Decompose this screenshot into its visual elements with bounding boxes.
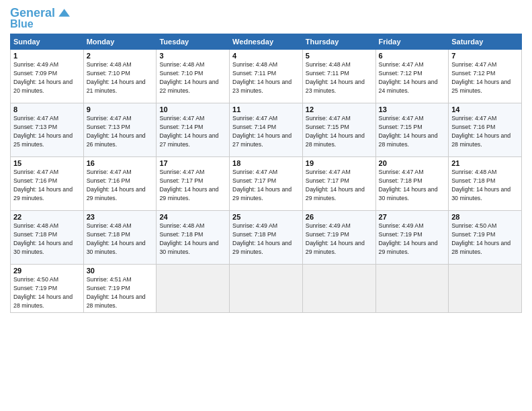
calendar-cell: 5 Sunrise: 4:48 AMSunset: 7:11 PMDayligh…	[302, 50, 375, 103]
day-number: 13	[379, 105, 446, 113]
calendar-cell: 16 Sunrise: 4:47 AMSunset: 7:16 PMDaylig…	[83, 157, 157, 211]
calendar-cell	[230, 265, 303, 313]
day-info: Sunrise: 4:47 AMSunset: 7:12 PMDaylight:…	[451, 61, 511, 94]
day-number: 18	[232, 159, 300, 167]
calendar-cell: 25 Sunrise: 4:49 AMSunset: 7:18 PMDaylig…	[230, 211, 303, 265]
calendar-week-1: 1 Sunrise: 4:49 AMSunset: 7:09 PMDayligh…	[11, 50, 522, 103]
day-info: Sunrise: 4:47 AMSunset: 7:16 PMDaylight:…	[13, 169, 73, 201]
day-number: 20	[379, 159, 446, 167]
calendar-cell: 9 Sunrise: 4:47 AMSunset: 7:13 PMDayligh…	[83, 103, 157, 157]
calendar-cell: 22 Sunrise: 4:48 AMSunset: 7:18 PMDaylig…	[11, 211, 84, 265]
calendar-cell: 4 Sunrise: 4:48 AMSunset: 7:11 PMDayligh…	[230, 50, 303, 103]
day-number: 5	[306, 52, 373, 60]
day-info: Sunrise: 4:47 AMSunset: 7:13 PMDaylight:…	[87, 115, 146, 148]
day-info: Sunrise: 4:47 AMSunset: 7:17 PMDaylight:…	[232, 169, 292, 201]
day-info: Sunrise: 4:47 AMSunset: 7:17 PMDaylight:…	[306, 169, 365, 201]
day-number: 19	[306, 159, 373, 167]
day-info: Sunrise: 4:48 AMSunset: 7:11 PMDaylight:…	[306, 61, 365, 94]
logo-blue: Blue	[10, 19, 34, 30]
calendar-cell: 13 Sunrise: 4:47 AMSunset: 7:15 PMDaylig…	[375, 103, 449, 157]
calendar-cell: 7 Sunrise: 4:47 AMSunset: 7:12 PMDayligh…	[449, 50, 522, 103]
day-number: 15	[13, 159, 81, 167]
calendar-cell: 10 Sunrise: 4:47 AMSunset: 7:14 PMDaylig…	[157, 103, 230, 157]
calendar-week-3: 15 Sunrise: 4:47 AMSunset: 7:16 PMDaylig…	[11, 157, 522, 211]
day-info: Sunrise: 4:48 AMSunset: 7:10 PMDaylight:…	[87, 61, 146, 94]
day-info: Sunrise: 4:47 AMSunset: 7:14 PMDaylight:…	[232, 115, 292, 148]
day-info: Sunrise: 4:48 AMSunset: 7:10 PMDaylight:…	[159, 61, 218, 94]
svg-marker-0	[58, 9, 70, 17]
day-info: Sunrise: 4:49 AMSunset: 7:09 PMDaylight:…	[13, 61, 73, 94]
calendar-cell: 21 Sunrise: 4:48 AMSunset: 7:18 PMDaylig…	[449, 157, 522, 211]
day-number: 29	[13, 267, 81, 275]
day-info: Sunrise: 4:49 AMSunset: 7:18 PMDaylight:…	[232, 222, 292, 255]
day-info: Sunrise: 4:47 AMSunset: 7:17 PMDaylight:…	[159, 169, 218, 201]
day-number: 26	[306, 213, 373, 221]
calendar-cell	[302, 265, 375, 313]
day-number: 3	[159, 52, 226, 60]
calendar-week-5: 29 Sunrise: 4:50 AMSunset: 7:19 PMDaylig…	[11, 265, 522, 313]
logo: General Blue	[10, 7, 70, 30]
calendar-cell: 24 Sunrise: 4:48 AMSunset: 7:18 PMDaylig…	[157, 211, 230, 265]
col-header-saturday: Saturday	[449, 34, 522, 50]
day-number: 28	[451, 213, 519, 221]
day-info: Sunrise: 4:47 AMSunset: 7:15 PMDaylight:…	[306, 115, 365, 148]
day-number: 8	[13, 105, 81, 113]
day-info: Sunrise: 4:48 AMSunset: 7:18 PMDaylight:…	[13, 222, 73, 255]
day-number: 24	[159, 213, 226, 221]
calendar-cell: 2 Sunrise: 4:48 AMSunset: 7:10 PMDayligh…	[83, 50, 157, 103]
calendar-cell: 26 Sunrise: 4:49 AMSunset: 7:19 PMDaylig…	[302, 211, 375, 265]
calendar-cell	[157, 265, 230, 313]
calendar-cell: 18 Sunrise: 4:47 AMSunset: 7:17 PMDaylig…	[230, 157, 303, 211]
day-number: 22	[13, 213, 81, 221]
day-info: Sunrise: 4:47 AMSunset: 7:16 PMDaylight:…	[87, 169, 146, 201]
day-info: Sunrise: 4:47 AMSunset: 7:14 PMDaylight:…	[159, 115, 218, 148]
day-number: 7	[451, 52, 519, 60]
day-number: 21	[451, 159, 519, 167]
calendar-cell: 14 Sunrise: 4:47 AMSunset: 7:16 PMDaylig…	[449, 103, 522, 157]
day-info: Sunrise: 4:47 AMSunset: 7:18 PMDaylight:…	[379, 169, 438, 201]
day-info: Sunrise: 4:47 AMSunset: 7:12 PMDaylight:…	[379, 61, 438, 94]
calendar-cell: 20 Sunrise: 4:47 AMSunset: 7:18 PMDaylig…	[375, 157, 449, 211]
day-number: 16	[87, 159, 154, 167]
calendar-cell: 6 Sunrise: 4:47 AMSunset: 7:12 PMDayligh…	[375, 50, 449, 103]
day-number: 6	[379, 52, 446, 60]
day-number: 12	[306, 105, 373, 113]
col-header-wednesday: Wednesday	[230, 34, 303, 50]
calendar-cell: 1 Sunrise: 4:49 AMSunset: 7:09 PMDayligh…	[11, 50, 84, 103]
page: General Blue SundayMondayTuesdayWednesda…	[0, 0, 532, 411]
calendar-cell: 3 Sunrise: 4:48 AMSunset: 7:10 PMDayligh…	[157, 50, 230, 103]
col-header-friday: Friday	[375, 34, 449, 50]
day-info: Sunrise: 4:48 AMSunset: 7:18 PMDaylight:…	[451, 169, 511, 201]
calendar-cell: 23 Sunrise: 4:48 AMSunset: 7:18 PMDaylig…	[83, 211, 157, 265]
day-info: Sunrise: 4:49 AMSunset: 7:19 PMDaylight:…	[379, 222, 438, 255]
day-info: Sunrise: 4:47 AMSunset: 7:15 PMDaylight:…	[379, 115, 438, 148]
day-number: 11	[232, 105, 300, 113]
day-info: Sunrise: 4:47 AMSunset: 7:16 PMDaylight:…	[451, 115, 511, 148]
day-number: 17	[159, 159, 226, 167]
calendar-cell: 17 Sunrise: 4:47 AMSunset: 7:17 PMDaylig…	[157, 157, 230, 211]
calendar-cell: 27 Sunrise: 4:49 AMSunset: 7:19 PMDaylig…	[375, 211, 449, 265]
day-info: Sunrise: 4:48 AMSunset: 7:11 PMDaylight:…	[232, 61, 292, 94]
day-number: 1	[13, 52, 81, 60]
day-number: 30	[87, 267, 154, 275]
logo-text: General	[10, 7, 55, 19]
calendar-cell: 28 Sunrise: 4:50 AMSunset: 7:19 PMDaylig…	[449, 211, 522, 265]
day-info: Sunrise: 4:49 AMSunset: 7:19 PMDaylight:…	[306, 222, 365, 255]
header: General Blue	[10, 7, 522, 30]
col-header-tuesday: Tuesday	[157, 34, 230, 50]
calendar-cell	[449, 265, 522, 313]
day-info: Sunrise: 4:50 AMSunset: 7:19 PMDaylight:…	[451, 222, 511, 255]
day-number: 25	[232, 213, 300, 221]
col-header-monday: Monday	[83, 34, 157, 50]
day-number: 2	[87, 52, 154, 60]
calendar-week-4: 22 Sunrise: 4:48 AMSunset: 7:18 PMDaylig…	[11, 211, 522, 265]
calendar-cell: 11 Sunrise: 4:47 AMSunset: 7:14 PMDaylig…	[230, 103, 303, 157]
day-number: 23	[87, 213, 154, 221]
day-number: 27	[379, 213, 446, 221]
calendar-cell: 8 Sunrise: 4:47 AMSunset: 7:13 PMDayligh…	[11, 103, 84, 157]
calendar-cell: 19 Sunrise: 4:47 AMSunset: 7:17 PMDaylig…	[302, 157, 375, 211]
calendar-cell: 12 Sunrise: 4:47 AMSunset: 7:15 PMDaylig…	[302, 103, 375, 157]
calendar-cell: 29 Sunrise: 4:50 AMSunset: 7:19 PMDaylig…	[11, 265, 84, 313]
day-info: Sunrise: 4:48 AMSunset: 7:18 PMDaylight:…	[159, 222, 218, 255]
col-header-thursday: Thursday	[302, 34, 375, 50]
